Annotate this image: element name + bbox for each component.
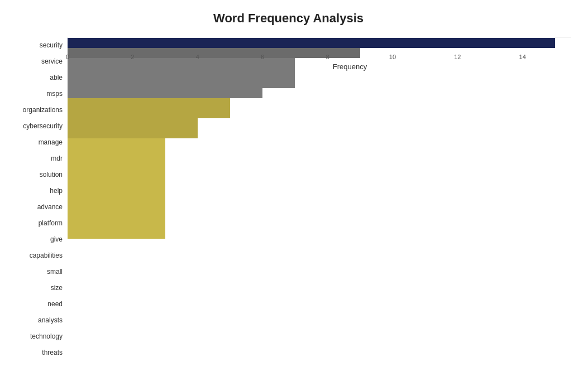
x-tick-12: 12 (454, 54, 461, 60)
bar-row-capabilities (68, 168, 571, 178)
bar-msps (68, 68, 295, 78)
y-label-technology: technology (30, 333, 63, 340)
y-label-manage: manage (39, 139, 63, 146)
bar-row-advance (68, 138, 571, 148)
y-axis: securityserviceablemspsorganizationscybe… (6, 37, 67, 360)
bar-platform (68, 148, 165, 158)
x-tick-14: 14 (519, 54, 526, 60)
y-label-small: small (47, 268, 63, 275)
bar-organizations (68, 78, 295, 88)
bars-area: 02468101214 (67, 37, 571, 37)
bar-row-analysts (68, 209, 571, 219)
y-label-mdr: mdr (51, 155, 63, 162)
y-label-msps: msps (46, 90, 63, 97)
y-label-capabilities: capabilities (30, 252, 63, 259)
bar-row-technology (68, 219, 571, 229)
y-label-cybersecurity: cybersecurity (23, 123, 63, 129)
x-tick-8: 8 (326, 54, 329, 60)
y-label-solution: solution (40, 171, 63, 178)
chart-title: Word Frequency Analysis (6, 11, 571, 26)
bar-row-platform (68, 148, 571, 158)
y-label-size: size (51, 284, 63, 291)
bar-service (68, 48, 360, 58)
x-tick-2: 2 (131, 54, 134, 60)
y-label-platform: platform (39, 220, 63, 226)
bar-row-give (68, 158, 571, 168)
bar-solution (68, 118, 198, 128)
y-label-need: need (47, 301, 63, 307)
bar-mdr (68, 108, 230, 118)
y-label-organizations: organizations (23, 107, 63, 113)
bar-capabilities (68, 168, 165, 178)
bar-size (68, 189, 165, 199)
bar-row-solution (68, 118, 571, 128)
bar-small (68, 178, 165, 189)
bar-row-help (68, 128, 571, 138)
bar-row-small (68, 178, 571, 189)
bar-row-cybersecurity (68, 88, 571, 98)
bar-row-able (68, 58, 571, 68)
y-label-give: give (50, 236, 63, 243)
bar-cybersecurity (68, 88, 262, 98)
bar-row-organizations (68, 78, 571, 88)
bar-analysts (68, 209, 165, 219)
x-tick-10: 10 (389, 54, 396, 60)
bar-row-need (68, 199, 571, 209)
bar-row-threats (68, 229, 571, 239)
bar-security (68, 38, 555, 48)
y-label-threats: threats (42, 349, 63, 356)
bar-row-service (68, 48, 571, 58)
chart-container: Word Frequency Analysis securityservicea… (0, 0, 588, 391)
bar-help (68, 128, 198, 138)
bar-technology (68, 219, 165, 229)
y-label-security: security (40, 42, 63, 49)
bar-row-manage (68, 98, 571, 108)
bar-advance (68, 138, 165, 148)
y-label-able: able (50, 74, 63, 81)
y-label-service: service (41, 58, 63, 65)
bar-give (68, 158, 165, 168)
y-label-help: help (50, 187, 63, 194)
y-label-analysts: analysts (38, 317, 63, 324)
bar-row-mdr (68, 108, 571, 118)
x-tick-6: 6 (261, 54, 264, 60)
bar-threats (68, 229, 165, 239)
x-tick-0: 0 (66, 54, 69, 60)
bar-row-msps (68, 68, 571, 78)
bar-need (68, 199, 165, 209)
chart-area: securityserviceablemspsorganizationscybe… (6, 37, 571, 360)
bar-row-size (68, 189, 571, 199)
bar-row-security (68, 38, 571, 48)
bar-manage (68, 98, 230, 108)
y-label-advance: advance (37, 204, 63, 210)
x-tick-4: 4 (196, 54, 199, 60)
